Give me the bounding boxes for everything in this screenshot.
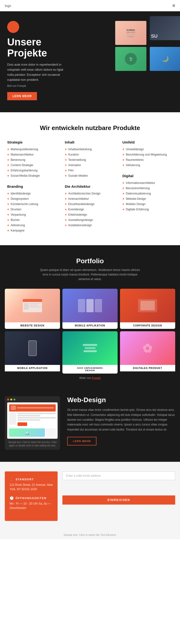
logo: logo xyxy=(5,4,11,8)
hero-image-grid: KARINA DINYSON Designer SU 🍃 🌙 xyxy=(115,16,180,71)
portfolio-item-4[interactable]: MOBILE APPLIKATION xyxy=(5,331,60,374)
service-item: +Designsystem xyxy=(7,196,58,202)
service-item: +Bücher xyxy=(7,217,58,222)
plus-icon: + xyxy=(7,213,9,216)
plus-icon: + xyxy=(122,197,124,201)
service-item: +Benutzererfahrung xyxy=(122,186,173,191)
submit-button[interactable]: EINREICHEN xyxy=(62,496,175,504)
services-col-title-strategie: Strategie xyxy=(7,140,58,144)
hero-cta-button[interactable]: LERN MEHR xyxy=(7,92,37,100)
service-item: +Aktivierung xyxy=(122,162,173,168)
email-input[interactable] xyxy=(62,472,175,480)
plus-icon: + xyxy=(65,192,67,196)
footer-caption: Sample text. Click to select the Text El… xyxy=(0,530,180,539)
header: logo ≡ xyxy=(0,0,180,11)
service-item: +Soziale Medien xyxy=(65,173,115,178)
portfolio-grid-top: WEBSITE DESIGN MOBILE APPLIKATION CORPOR… xyxy=(5,289,175,329)
mockup-dot-yellow xyxy=(10,398,12,400)
portfolio-item-3[interactable]: CORPORATE DESIGN xyxy=(120,289,175,329)
hero-dot-decoration xyxy=(7,21,19,33)
mockup-content-row xyxy=(9,413,56,426)
plus-icon: + xyxy=(122,208,124,211)
plus-icon: + xyxy=(7,208,9,211)
contact-section: 📍 STANDORT 112 Rock Street, 21 Avenue, N… xyxy=(0,462,180,530)
contact-location-text: 112 Rock Street, 21 Avenue, New York, NY… xyxy=(9,483,53,491)
portfolio-item-5[interactable]: SICH ANPASSENDESDESIGN xyxy=(62,331,118,374)
plus-icon: + xyxy=(122,158,124,162)
mockup-dot-green xyxy=(13,398,15,400)
portfolio-image-credit: Bilder von Freepik xyxy=(5,376,175,379)
plus-icon: + xyxy=(65,213,67,216)
service-item: +Website-Design xyxy=(122,196,173,202)
services-section: Wir entwickeln nutzbare Produkte Strateg… xyxy=(0,112,180,245)
plus-icon: + xyxy=(7,197,9,201)
contact-hours: 🕐 ÖFFNUNGSZEITEN Mo - Fr — 10 - 20 Uhr S… xyxy=(9,496,53,510)
services-heading: Wir entwickeln nutzbare Produkte xyxy=(7,124,173,132)
contact-hours-title: 🕐 ÖFFNUNGSZEITEN xyxy=(9,496,53,500)
plus-icon: + xyxy=(122,202,124,206)
service-item: +Social-Media-Strategie xyxy=(7,173,58,178)
service-item: +Informationsarchitektur xyxy=(122,180,173,186)
service-item: +Verpackung xyxy=(7,212,58,217)
portfolio-heading: Portfolio xyxy=(5,257,175,265)
mockup-screen: 🏔️ xyxy=(7,402,58,439)
hero-description: Duis aute irure dolor in reprehenderit i… xyxy=(7,62,67,82)
pin-icon: 📍 xyxy=(9,478,14,481)
service-item: +Markenarchitektur xyxy=(7,152,58,157)
service-item: +Identitätsdesign xyxy=(7,191,58,196)
service-item: +Umweltdesign xyxy=(122,147,173,152)
webdesign-heading: Web-Design xyxy=(67,396,175,404)
service-item: +Kuration xyxy=(65,152,115,157)
plus-icon: + xyxy=(65,158,67,162)
services-col-strategie: Strategie +Markenpositionierung +Markena… xyxy=(7,140,58,233)
portfolio-label-5: SICH ANPASSENDESDESIGN xyxy=(62,365,118,374)
webdesign-text: Web-Design Sit amet massa vitae tortor c… xyxy=(67,396,175,446)
freepik-link[interactable]: Freepik xyxy=(92,376,101,379)
plus-icon: + xyxy=(65,197,67,201)
plus-icon: + xyxy=(65,202,67,206)
plus-icon: + xyxy=(7,158,9,162)
mockup-caption: Sample text. Click to select the text bo… xyxy=(7,441,58,447)
service-item: +Einzelhandelsdesign xyxy=(65,202,115,207)
service-item: +Datenvisualisierung xyxy=(122,191,173,196)
hero-img-4: 🌙 xyxy=(150,47,180,71)
menu-icon[interactable]: ≡ xyxy=(172,3,175,8)
service-item: +Raumerlebnis xyxy=(122,157,173,162)
service-item: +Architektonisches Design xyxy=(65,191,115,196)
portfolio-label-4: MOBILE APPLIKATION xyxy=(5,365,60,372)
portfolio-item-2[interactable]: MOBILE APPLIKATION xyxy=(62,289,118,329)
plus-icon: + xyxy=(65,208,67,211)
service-item: +Animation xyxy=(65,162,115,168)
webdesign-description: Sit amet massa vitae tortor condimentum … xyxy=(67,408,175,432)
service-item: +Ausstellungsdesign xyxy=(65,217,115,222)
services-col-title-inhalt: Inhalt xyxy=(65,140,115,144)
plus-icon: + xyxy=(122,153,124,156)
hero-img-2: SU xyxy=(150,16,180,40)
service-item: +Installationsdesign xyxy=(65,222,115,228)
service-item: +Content-Strategie xyxy=(7,162,58,168)
portfolio-label-3: CORPORATE DESIGN xyxy=(120,322,175,329)
portfolio-description: Quam quisque id diam vel quam elementum.… xyxy=(40,268,140,282)
plus-icon: + xyxy=(122,186,124,190)
webdesign-section: 🏔️ Sample text. Click to select the text… xyxy=(0,389,180,462)
plus-icon: + xyxy=(122,192,124,196)
portfolio-item-1[interactable]: WEBSITE DESIGN xyxy=(5,289,60,329)
mockup-banner xyxy=(9,404,56,412)
services-grid: Strategie +Markenpositionierung +Markena… xyxy=(7,140,173,233)
plus-icon: + xyxy=(7,192,9,196)
service-item: +Kampagne xyxy=(7,228,58,233)
plus-icon: + xyxy=(65,147,67,151)
service-item: +Inhaltsentwicklung xyxy=(65,147,115,152)
webdesign-cta-button[interactable]: LERN MEHR xyxy=(67,437,96,446)
services-col-title-digital: Digital xyxy=(122,174,173,178)
hero-img-3: 🍃 xyxy=(115,47,146,71)
hero-image-credit: Bild von Freepik xyxy=(7,84,173,87)
mockup-dot-red xyxy=(7,398,9,400)
service-item: +Innenarchitektur xyxy=(65,196,115,202)
portfolio-item-6[interactable]: 🌸 DIGITALES PRODUKT xyxy=(120,331,175,374)
hero-section: UnsereProjekte Duis aute irure dolor in … xyxy=(0,11,180,112)
hero-img-1: KARINA DINYSON Designer xyxy=(115,21,146,45)
services-col-umfeld: Umfeld +Umweltdesign +Beschilderung und … xyxy=(122,140,173,233)
service-item: +Texterstellung xyxy=(65,157,115,162)
plus-icon: + xyxy=(7,202,9,206)
